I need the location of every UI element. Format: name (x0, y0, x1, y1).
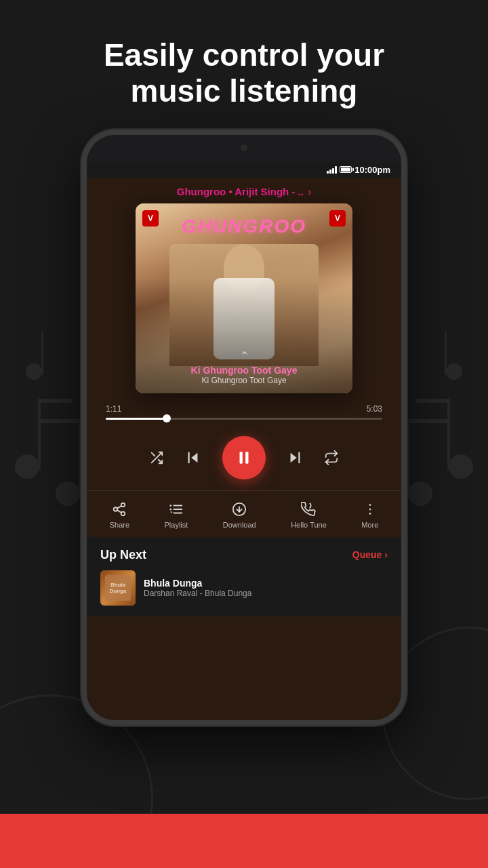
next-song-art: BhulaDunga (100, 570, 136, 606)
svg-point-31 (169, 508, 171, 510)
phone-notch-area (87, 135, 401, 162)
svg-line-26 (117, 506, 121, 509)
battery-fill (341, 167, 350, 172)
svg-point-36 (369, 513, 371, 515)
playback-controls (87, 425, 401, 490)
download-label: Download (223, 521, 256, 529)
song-title-header: Ghungroo • Arijit Singh - .. (177, 186, 304, 197)
share-icon (112, 502, 127, 517)
signal-bar-4 (335, 166, 337, 174)
progress-section: 1:11 5:03 (87, 393, 401, 425)
svg-point-22 (121, 503, 125, 507)
download-icon (232, 502, 247, 517)
svg-line-25 (117, 510, 121, 513)
next-song-name: Bhula Dunga (144, 578, 388, 589)
share-action[interactable]: Share (110, 502, 129, 529)
previous-icon (186, 450, 201, 465)
song-subtitle-overlay: ⌃ Ki Ghungroo Toot Gaye Ki Ghungroo Toot… (136, 341, 352, 393)
v-badge-right: V (329, 210, 346, 226)
playlist-icon (169, 502, 184, 517)
svg-rect-19 (245, 452, 248, 463)
progress-bar[interactable] (106, 418, 382, 420)
song-name-sub: Ki Ghungroo Toot Gaye (144, 376, 344, 385)
queue-label: Queue (352, 549, 382, 560)
status-bar: 10:00pm (87, 162, 401, 178)
svg-marker-16 (191, 452, 197, 462)
queue-link[interactable]: Queue › (352, 549, 388, 560)
hello-tune-action[interactable]: Hello Tune (291, 502, 327, 529)
hello-tune-icon (301, 502, 316, 517)
shuffle-icon (149, 450, 164, 465)
signal-bar-3 (332, 168, 334, 174)
battery-icon (340, 166, 352, 173)
current-time: 1:11 (106, 404, 121, 414)
queue-chevron-icon: › (384, 549, 388, 560)
chevron-right-icon: › (308, 186, 311, 198)
next-song-info: Bhula Dunga Darshan Raval - Bhula Dunga (144, 578, 388, 598)
status-icons: 10:00pm (327, 165, 390, 175)
up-next-section: Up Next Queue › BhulaDunga Bhula Dunga (87, 537, 401, 616)
status-time: 10:00pm (354, 165, 390, 175)
previous-button[interactable] (186, 450, 201, 465)
svg-point-34 (369, 504, 371, 506)
repeat-button[interactable] (324, 450, 339, 465)
download-action[interactable]: Download (223, 502, 256, 529)
v-badge-left: V (142, 210, 159, 226)
repeat-icon (324, 450, 339, 465)
shuffle-button[interactable] (149, 450, 164, 465)
progress-fill (106, 418, 167, 420)
svg-point-24 (121, 511, 125, 515)
up-next-title: Up Next (100, 548, 146, 562)
signal-bar-2 (329, 170, 331, 174)
progress-times: 1:11 5:03 (106, 404, 382, 414)
svg-point-35 (369, 508, 371, 510)
phone-screen: Ghungroo • Arijit Singh - .. › V V GHUN (87, 178, 401, 720)
signal-icon (327, 165, 337, 174)
next-song-item[interactable]: BhulaDunga Bhula Dunga Darshan Raval - B… (100, 570, 388, 606)
playlist-label: Playlist (165, 521, 188, 529)
hello-tune-label: Hello Tune (291, 521, 327, 529)
up-chevron-icon: ⌃ (144, 349, 344, 362)
phone-mockup: 10:00pm Ghungroo • Arijit Singh - .. › (0, 130, 488, 726)
pause-button[interactable] (222, 436, 266, 479)
next-song-artist: Darshan Raval - Bhula Dunga (144, 589, 388, 598)
song-header[interactable]: Ghungroo • Arijit Singh - .. › (87, 178, 401, 203)
svg-marker-20 (291, 452, 297, 462)
up-next-header: Up Next Queue › (100, 548, 388, 562)
more-action[interactable]: More (361, 502, 378, 529)
camera-dot (241, 144, 247, 151)
progress-thumb (163, 414, 171, 422)
action-bar: Share Playlist (87, 490, 401, 537)
next-icon (287, 450, 302, 465)
album-title-text: GHUNGROO (182, 216, 306, 237)
svg-point-30 (169, 505, 171, 507)
phone-frame: 10:00pm Ghungroo • Arijit Singh - .. › (81, 130, 407, 726)
song-name-overlay: Ki Ghungroo Toot Gaye (144, 365, 344, 376)
album-art-container: V V GHUNGROO ⌃ Ki Ghungroo Toot Gaye Ki … (87, 203, 401, 393)
next-button[interactable] (287, 450, 302, 465)
signal-bar-1 (327, 171, 329, 174)
album-art[interactable]: V V GHUNGROO ⌃ Ki Ghungroo Toot Gaye Ki … (136, 203, 352, 393)
pause-icon (235, 449, 253, 467)
playlist-action[interactable]: Playlist (165, 502, 188, 529)
svg-point-23 (114, 507, 118, 511)
more-icon (363, 502, 378, 517)
more-label: More (361, 521, 378, 529)
svg-rect-18 (240, 452, 243, 463)
headline: Easily control your music listening (0, 0, 488, 130)
share-label: Share (110, 521, 129, 529)
total-time: 5:03 (367, 404, 382, 414)
